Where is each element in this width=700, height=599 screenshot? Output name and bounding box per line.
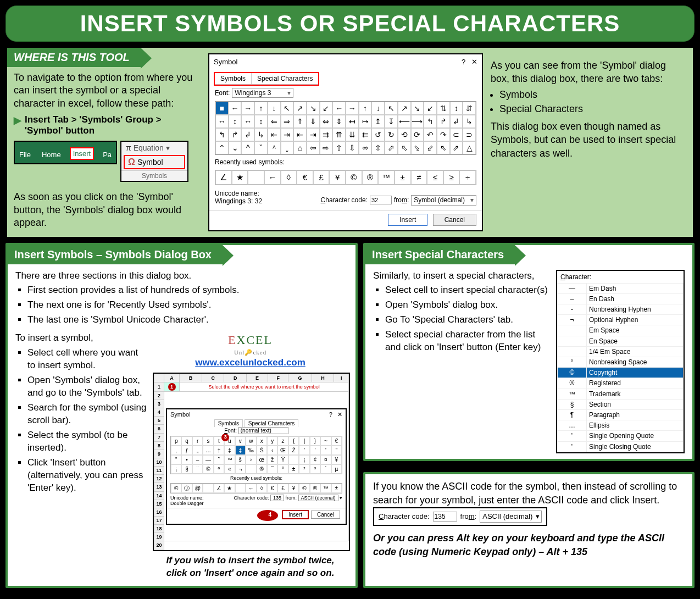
- ascii-code-inline: Character code: from: ASCII (decimal)▾: [373, 507, 547, 526]
- ascii-p1: If you know the ASCII code for the symbo…: [373, 481, 677, 506]
- sec2-p1: There are three sections in this dialog …: [15, 270, 348, 282]
- ribbon-tab-pa[interactable]: Pa: [101, 149, 114, 160]
- font-select[interactable]: Wingdings 3: [232, 88, 293, 98]
- symbol-button[interactable]: ΩSymbol: [124, 155, 185, 169]
- font-label: Font:: [215, 89, 230, 97]
- section-header-symbols: Insert Symbols – Symbols Dialog Box: [8, 245, 223, 264]
- special-characters-card: Insert Special Characters Similarly, to …: [363, 243, 695, 461]
- unicode-label: Unicode name:: [215, 190, 262, 197]
- dialog-title: Symbol: [214, 58, 237, 66]
- arrow-icon: ▶: [14, 114, 21, 126]
- sec3-p1: Similarly, to insert a special character…: [373, 270, 551, 282]
- mini-insert-button[interactable]: Insert: [282, 510, 309, 519]
- from-select[interactable]: Symbol (decimal): [411, 195, 476, 205]
- symbol-dialog: Symbol ? ✕ Symbols Special Characters Fo…: [208, 53, 483, 231]
- symbol-grid[interactable]: ■←→↑↓↖↗↘↙←→↑↓↖↗↘↙⇅↕⇵↔↕↔↕⇐⇒⇑⇓⇔⇕↤↦↥↧⟵⟶↰↱↲↳…: [215, 101, 476, 155]
- navigation-path: ▶ Insert Tab > 'Symbols' Group > 'Symbol…: [7, 112, 205, 138]
- omega-icon: Ω: [128, 157, 135, 167]
- excel-screenshot: ABCDEFGHI 11Select the cell where you wa…: [153, 373, 350, 551]
- from-label: from:: [394, 196, 409, 204]
- unicode-name: Wingdings 3: 32: [215, 197, 262, 205]
- section-header-special: Insert Special Characters: [365, 245, 515, 264]
- ribbon-tabs: File Home Insert Pa: [14, 141, 117, 164]
- help-icon[interactable]: ?: [462, 58, 465, 66]
- ascii-tip-card: If you know the ASCII code for the symbo…: [363, 472, 695, 589]
- where-is-tool-section: WHERE IS THIS TOOL To navigate to the op…: [5, 46, 695, 239]
- symbols-group: π Equation ▾ ΩSymbol Symbols: [120, 141, 188, 182]
- equation-button[interactable]: π Equation ▾: [121, 142, 187, 154]
- sec2-bul1: First section provides a list of hundred…: [15, 284, 348, 326]
- right-bullets: Symbols Special Characters: [491, 88, 684, 116]
- insert-button[interactable]: Insert: [388, 214, 427, 226]
- close-icon[interactable]: ✕: [471, 58, 477, 66]
- ribbon-tab-home[interactable]: Home: [40, 149, 63, 160]
- insert-twice-tip: If you wish to insert the symbol twice, …: [153, 551, 348, 581]
- nav-path-text: Insert Tab > 'Symbols' Group > 'Symbol' …: [25, 114, 198, 136]
- after-text: As soon as you click on the 'Symbol' but…: [7, 186, 205, 231]
- tab-symbols[interactable]: Symbols: [215, 73, 252, 85]
- insert-symbols-card: Insert Symbols – Symbols Dialog Box Ther…: [5, 243, 358, 589]
- callout-4: 4: [257, 510, 278, 521]
- logo: EXCEL Unl🔑cked: [153, 332, 348, 357]
- ascii-from-select[interactable]: ASCII (decimal)▾: [480, 511, 542, 523]
- char-code-input[interactable]: [370, 196, 392, 204]
- sec2-p2: To insert a symbol,: [15, 332, 147, 345]
- right-p1: As you can see from the 'Symbol' dialog …: [491, 59, 684, 86]
- recent-grid[interactable]: ∠★←◊€£¥©®™±≠≤≥÷: [215, 170, 476, 185]
- ascii-p2: Or you can press Alt key on your keyboar…: [373, 531, 685, 559]
- sec2-bul2: Select cell where you want to insert sym…: [15, 347, 147, 494]
- sec3-bul: Select cell to insert special character(…: [373, 284, 551, 354]
- tab-special-chars[interactable]: Special Characters: [252, 73, 318, 85]
- ribbon-tab-insert[interactable]: Insert: [70, 147, 95, 160]
- ascii-code-input[interactable]: [433, 512, 457, 522]
- recent-label: Recently used symbols:: [215, 158, 285, 166]
- mini-recent[interactable]: ©Ⓙ桳∠★←◊€£¥©®™±: [170, 483, 342, 493]
- dialog-controls: ? ✕: [462, 58, 477, 66]
- ribbon-tab-file[interactable]: File: [17, 149, 33, 160]
- special-char-table[interactable]: —Em Dash–En Dash-Nonbreaking Hyphen¬Opti…: [557, 283, 684, 452]
- right-p2: This dialog box even though named as Sym…: [491, 120, 684, 160]
- website-link[interactable]: www.excelunlocked.com: [153, 357, 348, 369]
- special-char-list: Character: —Em Dash–En Dash-Nonbreaking …: [556, 270, 685, 453]
- page-title: INSERT SYMBOLS OR SPECIAL CHARACTERS: [5, 5, 695, 42]
- mini-grid[interactable]: pqrst3uvwxyz{|}~€‚ƒ„…†‡‡‰Š‹ŒŽ'''""•–—˜™š…: [170, 436, 342, 474]
- mini-symbol-dialog: Symbol? ✕ Symbols Special Characters Fon…: [166, 408, 347, 525]
- mini-cancel-button[interactable]: Cancel: [311, 511, 340, 519]
- section-header-where: WHERE IS THIS TOOL: [7, 48, 141, 67]
- cancel-button[interactable]: Cancel: [433, 214, 476, 226]
- group-label: Symbols: [121, 170, 187, 181]
- char-code-label: Character code:: [321, 196, 368, 204]
- callout-1: 1: [168, 383, 176, 391]
- intro-text: To navigate to the option from where you…: [7, 67, 205, 112]
